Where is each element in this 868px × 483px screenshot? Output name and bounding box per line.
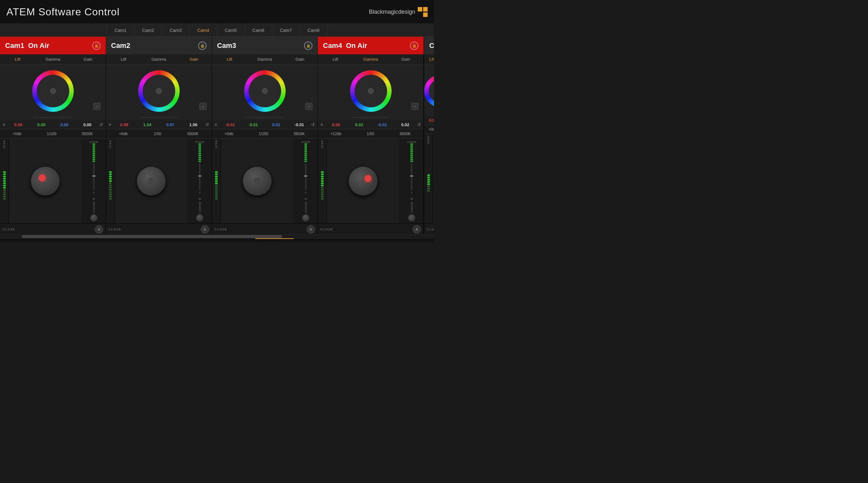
cam2-lock-icon[interactable]: 🔒 [198,41,207,50]
cam1-coarse-knob[interactable] [90,214,97,221]
cam1-auto-iris-btn[interactable]: A [95,225,103,233]
cam4-lock-icon[interactable]: 🔒 [410,41,418,50]
cam4-gain-tab[interactable]: Gain [389,54,424,64]
cam3-lock-icon[interactable]: 🔒 [304,41,312,50]
cam2-joystick[interactable] [137,167,166,196]
cam3-reset-btn[interactable]: ↺ [311,122,315,127]
cam1-vu-bars [3,149,6,222]
cam1-lock-icon[interactable]: 🔒 [92,41,100,50]
cam4-db: +12db [331,132,341,136]
cam2-rgby-menu-icon[interactable]: ≡ [108,122,111,127]
cam1-wb: 5000K [82,132,93,136]
cam4-gamma-tab[interactable]: Gamma [353,54,388,64]
cam3-auto-iris-btn[interactable]: A [307,225,315,233]
cam1-w-label: W [93,197,95,200]
cam3-shutter: 1/250 [259,132,268,136]
cam1-color-wheel[interactable] [32,70,74,112]
cam4-joystick[interactable] [349,167,377,196]
cam4-iris-track[interactable] [411,163,412,190]
cam-tab-4[interactable]: Cam4 [190,24,217,37]
cam4-color-wheel[interactable] [350,70,392,112]
cam1-rgby-row: ≡ 0.00 0.00 0.00 0.00 ↺ [0,120,105,129]
cam3-coarse-knob[interactable] [302,214,309,221]
cam1-iris-track[interactable] [93,163,94,190]
cam5-ptz-area: OPEN [424,134,434,223]
cam2-wheel-expand[interactable]: ⤢ [199,103,207,110]
cam4-reset-btn[interactable]: ↺ [417,122,421,127]
cam1-y-val: 0.00 [76,122,99,127]
cam3-gain-tab[interactable]: Gain [282,54,317,64]
cam3-rgby-menu-icon[interactable]: ≡ [214,122,217,127]
cam3-wheel-expand[interactable]: ⤢ [305,103,312,110]
cam1-rgby-menu-icon[interactable]: ≡ [3,122,5,127]
cam2-reset-btn[interactable]: ↺ [205,122,209,127]
cam1-on-air-label: On Air [28,41,49,50]
cam2-gain-tab[interactable]: Gain [177,54,212,64]
cam2-iris-track[interactable] [199,163,200,190]
cam5-lift-tab[interactable]: Lift [424,54,434,64]
cam3-close-label: CLOSE [214,228,227,231]
cam-tab-1[interactable]: Cam1 [106,24,134,37]
cam-tab-5[interactable]: Cam5 [217,24,245,37]
cam2-gamma-tab[interactable]: Gamma [141,54,176,64]
cam4-coarse-knob[interactable] [408,214,415,221]
cam4-wheel-expand[interactable]: ⤢ [411,103,418,110]
cam4-auto-iris-btn[interactable]: A [413,225,421,233]
cameras-area: Cam1 On Air 🔒 Lift Gamma Gain ⤢ [0,37,434,235]
cam3-ptz-area: OPEN [212,139,317,223]
cam4-lift-tab[interactable]: Lift [318,54,353,64]
cam3-color-wheel[interactable] [244,70,286,112]
cam2-coarse-knob[interactable] [196,214,203,221]
cam4-t-label: T [411,191,413,194]
cam2-color-wheel[interactable] [138,70,180,112]
cam4-lgg-tabs: Lift Gamma Gain [318,54,424,64]
scroll-area[interactable] [0,235,434,238]
cam4-tw-labels: T W [410,191,413,200]
cam3-coarse-label: COARSE [305,202,307,213]
nav-audio[interactable]: Audio [217,238,255,242]
cam4-joystick-main [327,139,400,223]
cam1-reset-btn[interactable]: ↺ [99,122,103,127]
cam3-joystick[interactable] [243,167,272,196]
cam4-rgby-menu-icon[interactable]: ≡ [320,122,323,127]
nav-camera[interactable]: Camera [255,238,293,242]
cam2-zoom-label: ZOOM [195,141,204,143]
cam2-bottom-slider[interactable] [124,228,198,230]
cam2-auto-iris-btn[interactable]: A [201,225,209,233]
cam2-lift-tab[interactable]: Lift [106,54,141,64]
cam1-t-label: T [93,191,95,194]
cam1-joystick[interactable] [31,167,60,196]
nav-switcher[interactable]: Switcher [141,238,179,242]
cam2-open-label: OPEN [109,140,112,148]
cam1-bottom-slider[interactable] [18,228,92,230]
cam3-brightness-slider-row [212,116,317,119]
cam3-gamma-tab[interactable]: Gamma [247,54,282,64]
cam1-right-controls: ZOOM [82,139,105,223]
cam-tab-3[interactable]: Cam3 [162,24,190,37]
bmd-sq-2 [423,7,428,11]
cam-tab-8[interactable]: Cam8 [300,24,328,37]
cam1-gain-tab[interactable]: Gain [70,54,105,64]
cam4-vu-left: OPEN [318,139,327,223]
cam4-bottom-slider[interactable] [336,228,410,230]
cam4-brightness-slider-row [318,116,424,119]
cam-tab-6[interactable]: Cam6 [245,24,272,37]
cam1-wheel-expand[interactable]: ⤢ [93,103,100,110]
cam2-tw-labels: T W [198,191,201,200]
cam1-lift-tab[interactable]: Lift [0,54,35,64]
cam5-info-row: +0db 1/5 [424,124,434,134]
cam1-gamma-tab[interactable]: Gamma [35,54,70,64]
cam3-bottom-slider[interactable] [230,228,304,230]
cam4-zoom-bars [410,143,413,162]
cam5-color-wheel[interactable] [424,75,434,107]
cam5-color-wheel-area [424,64,434,116]
cam-tab-7[interactable]: Cam7 [272,24,300,37]
cam2-w-label: W [198,197,201,200]
nav-media[interactable]: Media [179,238,217,242]
cam3-lift-tab[interactable]: Lift [212,54,247,64]
cam3-zoom-label: ZOOM [301,141,310,143]
cam3-iris-track[interactable] [305,163,306,190]
cam-tab-2[interactable]: Cam2 [134,24,162,37]
cam4-close-label: CLOSE [320,228,334,231]
cam1-brightness-dots [4,116,102,119]
